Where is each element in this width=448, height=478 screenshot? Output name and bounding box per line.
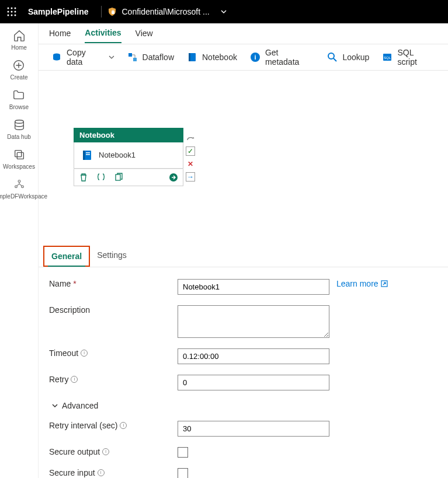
copy-icon[interactable]: [114, 173, 123, 182]
activity-node-header: Notebook: [74, 128, 183, 142]
failure-handle-icon[interactable]: ✕: [186, 159, 195, 169]
svg-rect-19: [129, 53, 132, 57]
retry-interval-input[interactable]: [178, 421, 329, 437]
dataflow-icon: [127, 52, 138, 62]
tab-activities[interactable]: Activities: [85, 23, 121, 43]
svg-rect-31: [86, 154, 90, 155]
pipeline-title: SamplePipeline: [23, 7, 95, 16]
svg-text:SQL: SQL: [384, 56, 391, 60]
svg-rect-29: [83, 151, 85, 160]
prop-tab-general[interactable]: General: [43, 246, 90, 267]
rail-home[interactable]: Home: [11, 29, 27, 51]
rail-create-label: Create: [10, 74, 27, 81]
description-input[interactable]: [178, 305, 329, 338]
sensitivity-label: Confidential\Microsoft ...: [121, 7, 209, 16]
learn-more-link[interactable]: Learn more: [336, 279, 388, 288]
tool-notebook[interactable]: Notebook: [181, 48, 243, 66]
rail-datahub-label: Data hub: [7, 134, 31, 140]
chevron-down-icon: [51, 402, 58, 409]
svg-point-12: [15, 120, 23, 124]
secure-output-label: Secure output i: [49, 447, 178, 456]
secure-input-label: Secure input i: [49, 468, 178, 477]
header-separator: [101, 6, 102, 18]
tool-dataflow[interactable]: Dataflow: [121, 48, 180, 66]
rail-create[interactable]: Create: [10, 59, 27, 81]
svg-point-0: [8, 8, 9, 9]
tab-home[interactable]: Home: [49, 24, 71, 43]
name-input[interactable]: [178, 279, 329, 295]
tool-copydata[interactable]: Copy data: [46, 44, 120, 70]
row-timeout: Timeout i: [49, 348, 437, 364]
svg-rect-20: [133, 58, 137, 61]
shield-icon: [107, 7, 117, 16]
rail-workspaces[interactable]: Workspaces: [3, 148, 35, 170]
svg-point-7: [11, 15, 13, 16]
svg-point-25: [328, 53, 334, 59]
info-icon[interactable]: i: [98, 469, 105, 476]
description-label: Description: [49, 305, 178, 315]
pipeline-canvas[interactable]: Notebook Notebook1 ✓ ✕ →: [39, 71, 448, 246]
svg-point-3: [8, 11, 9, 13]
sql-icon: SQL: [382, 52, 393, 62]
advanced-toggle[interactable]: Advanced: [51, 401, 437, 410]
info-icon[interactable]: i: [71, 376, 78, 383]
retry-input[interactable]: [178, 375, 329, 390]
activity-node-name: Notebook1: [99, 151, 136, 159]
app-header: SamplePipeline Confidential\Microsoft ..…: [0, 0, 448, 23]
completion-handle-icon[interactable]: →: [186, 172, 195, 182]
row-retry: Retry i: [49, 375, 437, 390]
activity-status-handles: ✓ ✕ →: [186, 134, 195, 182]
secure-input-checkbox[interactable]: [178, 468, 188, 478]
info-icon[interactable]: i: [120, 422, 127, 429]
database-icon: [13, 118, 26, 131]
folder-icon: [12, 89, 25, 102]
row-name: Name * Learn more: [49, 279, 437, 295]
page-tabs: Home Activities View: [39, 23, 448, 44]
chevron-down-icon: [220, 8, 227, 15]
svg-point-2: [15, 8, 16, 9]
tool-sqlscript[interactable]: SQL SQL script: [376, 44, 441, 70]
skip-handle-icon[interactable]: [186, 134, 195, 143]
activity-node-notebook[interactable]: Notebook Notebook1: [74, 128, 183, 186]
sensitivity-breadcrumb[interactable]: Confidential\Microsoft ...: [107, 7, 227, 16]
row-secure-output: Secure output i: [49, 447, 437, 458]
tool-getmetadata[interactable]: i Get metadata: [244, 44, 321, 70]
retry-interval-label: Retry interval (sec) i: [49, 421, 178, 430]
info-circle-icon: i: [250, 52, 261, 62]
row-description: Description: [49, 305, 437, 338]
plus-circle-icon: [12, 59, 25, 72]
success-handle-icon[interactable]: ✓: [186, 146, 195, 156]
main-content: Home Activities View Copy data Dataflow …: [39, 23, 448, 478]
rail-browse-label: Browse: [9, 104, 29, 110]
braces-icon[interactable]: [96, 173, 106, 182]
svg-rect-32: [116, 175, 120, 180]
tab-view[interactable]: View: [136, 24, 153, 43]
prop-tab-settings[interactable]: Settings: [90, 246, 134, 267]
external-link-icon: [381, 280, 388, 287]
svg-point-8: [15, 15, 16, 16]
svg-text:i: i: [254, 54, 256, 61]
secure-output-checkbox[interactable]: [178, 447, 188, 458]
notebook-icon: [187, 52, 197, 62]
tool-lookup[interactable]: Lookup: [321, 48, 375, 66]
run-icon[interactable]: [169, 173, 178, 182]
tool-copydata-label: Copy data: [67, 48, 104, 67]
tool-dataflow-label: Dataflow: [143, 53, 174, 62]
chevron-down-icon: [109, 54, 114, 60]
property-tabs: General Settings: [39, 246, 448, 267]
svg-rect-22: [189, 53, 190, 61]
svg-rect-13: [15, 151, 21, 157]
info-icon[interactable]: i: [81, 350, 88, 357]
timeout-input[interactable]: [178, 348, 329, 364]
left-navigation-rail: Home Create Browse Data hub Workspaces S…: [0, 23, 39, 478]
rail-datahub[interactable]: Data hub: [7, 118, 31, 140]
name-label: Name *: [49, 279, 178, 288]
tool-lookup-label: Lookup: [342, 53, 369, 62]
rail-browse[interactable]: Browse: [9, 89, 29, 110]
workspace-node-icon: [13, 178, 26, 191]
copydata-icon: [51, 52, 62, 62]
delete-icon[interactable]: [79, 173, 88, 182]
app-launcher-button[interactable]: [0, 0, 23, 23]
info-icon[interactable]: i: [102, 448, 109, 455]
workspaces-icon: [13, 148, 26, 161]
